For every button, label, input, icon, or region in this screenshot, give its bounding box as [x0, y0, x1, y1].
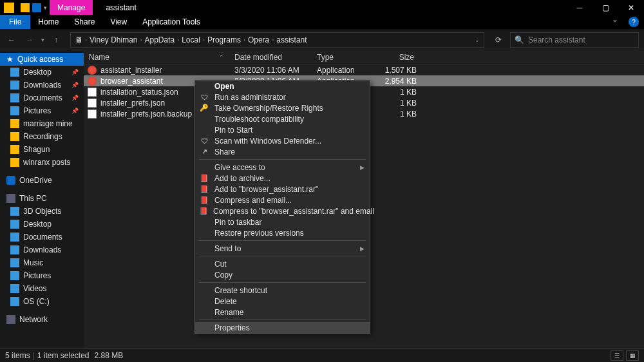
- sidebar-item[interactable]: Documents📌: [0, 91, 84, 104]
- minimize-button[interactable]: ─: [567, 0, 592, 15]
- folder-icon: [10, 207, 19, 216]
- sidebar-item[interactable]: Recordings: [0, 130, 84, 143]
- context-menu-item[interactable]: Give access to▶: [195, 162, 370, 173]
- app-icon: [0, 0, 18, 15]
- context-menu-item[interactable]: 📕Add to "browser_assistant.rar": [195, 184, 370, 195]
- col-size[interactable]: Size: [381, 53, 419, 62]
- file-menu[interactable]: File: [0, 15, 30, 29]
- context-menu-item[interactable]: Create shortcut: [195, 285, 370, 296]
- folder-icon[interactable]: [21, 3, 30, 12]
- table-row[interactable]: assistant_installer3/3/2020 11:06 AMAppl…: [84, 64, 644, 75]
- up-button[interactable]: ↑: [50, 35, 62, 44]
- tab-app-tools[interactable]: Application Tools: [135, 15, 208, 29]
- sidebar-item[interactable]: Desktop📌: [0, 66, 84, 79]
- col-type[interactable]: Type: [312, 53, 381, 62]
- forward-button[interactable]: →: [23, 35, 36, 44]
- menu-icon: 📕: [199, 173, 209, 184]
- sidebar-item[interactable]: Pictures: [0, 269, 84, 282]
- sidebar-item[interactable]: winranx posts: [0, 156, 84, 169]
- folder-icon: [10, 271, 19, 280]
- context-menu-item[interactable]: Delete: [195, 296, 370, 307]
- context-menu-item[interactable]: ↗Share: [195, 146, 370, 157]
- help-button[interactable]: ?: [629, 17, 639, 27]
- pin-icon: 📌: [71, 95, 79, 101]
- menu-icon: [199, 285, 209, 296]
- sidebar-item[interactable]: Downloads: [0, 243, 84, 256]
- menu-icon: 🛡: [199, 92, 209, 102]
- folder-icon: [10, 245, 19, 254]
- sidebar-quick-access[interactable]: ★ Quick access: [0, 53, 84, 66]
- menu-icon: [199, 307, 209, 318]
- menu-icon: [199, 323, 209, 333]
- back-button[interactable]: ←: [5, 35, 18, 44]
- context-menu-item[interactable]: 🛡Run as administrator: [195, 91, 370, 102]
- pin-icon: 📌: [71, 82, 79, 88]
- sidebar-item[interactable]: Desktop: [0, 218, 84, 231]
- navigation-pane[interactable]: ★ Quick access Desktop📌Downloads📌Documen…: [0, 50, 84, 348]
- context-menu-item[interactable]: Cut: [195, 258, 370, 269]
- maximize-button[interactable]: ▢: [592, 0, 618, 15]
- sidebar-item[interactable]: marriage mine: [0, 117, 84, 130]
- context-menu-item[interactable]: 📕Compress and email...: [195, 195, 370, 205]
- context-menu-item[interactable]: Restore previous versions: [195, 227, 370, 238]
- sidebar-item[interactable]: Downloads📌: [0, 79, 84, 91]
- menu-icon: [199, 259, 209, 269]
- breadcrumb[interactable]: 🖥 › Viney Dhiman› AppData› Local› Progra…: [70, 32, 484, 48]
- context-menu-item[interactable]: Open: [195, 81, 370, 91]
- sidebar-item[interactable]: Videos: [0, 282, 84, 295]
- context-menu-item[interactable]: Properties: [195, 322, 370, 333]
- col-date[interactable]: Date modified: [229, 53, 312, 62]
- contextual-tab-manage[interactable]: Manage: [50, 0, 93, 15]
- col-name[interactable]: Name⌃: [84, 53, 229, 62]
- context-menu-item[interactable]: Pin to Start: [195, 124, 370, 135]
- search-input[interactable]: 🔍 Search assistant: [510, 32, 639, 48]
- sidebar-network[interactable]: Network: [0, 313, 84, 326]
- context-menu[interactable]: Open🛡Run as administrator🔑Take Ownership…: [194, 80, 370, 334]
- context-menu-item[interactable]: 🛡Scan with Windows Defender...: [195, 135, 370, 146]
- context-menu-item[interactable]: 📕Compress to "browser_assistant.rar" and…: [195, 205, 370, 216]
- context-menu-item[interactable]: Pin to taskbar: [195, 216, 370, 227]
- context-menu-item[interactable]: 📕Add to archive...: [195, 173, 370, 184]
- thumbnails-view-button[interactable]: ▦: [626, 350, 639, 361]
- tab-share[interactable]: Share: [66, 15, 102, 29]
- folder-icon: [10, 284, 19, 293]
- address-dropdown-icon[interactable]: ⌄: [475, 37, 480, 43]
- menu-icon: 🛡: [199, 136, 209, 146]
- sidebar-item[interactable]: Music: [0, 256, 84, 269]
- sidebar-item[interactable]: Documents: [0, 231, 84, 243]
- menu-icon: [199, 125, 209, 135]
- pc-icon: 🖥: [75, 35, 82, 44]
- details-view-button[interactable]: ☰: [611, 350, 623, 361]
- checkbox-icon[interactable]: [32, 3, 41, 12]
- folder-icon: [10, 106, 19, 115]
- context-menu-item[interactable]: Send to▶: [195, 243, 370, 254]
- network-icon: [6, 315, 15, 324]
- history-dropdown-icon[interactable]: ▾: [41, 37, 44, 43]
- context-menu-item[interactable]: Copy: [195, 269, 370, 280]
- tab-home[interactable]: Home: [30, 15, 66, 29]
- status-item-count: 5 items: [5, 351, 30, 360]
- menu-icon: [199, 243, 209, 254]
- menu-icon: [199, 162, 209, 173]
- submenu-arrow-icon: ▶: [360, 164, 365, 171]
- sidebar-onedrive[interactable]: OneDrive: [0, 174, 84, 187]
- sidebar-item[interactable]: OS (C:): [0, 295, 84, 308]
- refresh-button[interactable]: ⟳: [492, 35, 505, 44]
- sidebar-item[interactable]: Shagun: [0, 143, 84, 156]
- context-menu-item[interactable]: 🔑Take Ownership/Restore Rights: [195, 102, 370, 113]
- folder-icon: [10, 93, 19, 102]
- menu-icon: [199, 114, 209, 124]
- qat-dropdown-icon[interactable]: ▾: [44, 5, 47, 11]
- context-menu-item[interactable]: Troubleshoot compatibility: [195, 113, 370, 124]
- menu-icon: [199, 270, 209, 280]
- folder-icon: [10, 297, 19, 306]
- folder-icon: [10, 81, 19, 90]
- sidebar-this-pc[interactable]: This PC: [0, 192, 84, 205]
- context-menu-item[interactable]: Rename: [195, 307, 370, 318]
- column-headers[interactable]: Name⌃ Date modified Type Size: [84, 50, 644, 64]
- tab-view[interactable]: View: [102, 15, 135, 29]
- ribbon-expand-icon[interactable]: ⌄: [612, 15, 618, 29]
- sidebar-item[interactable]: 3D Objects: [0, 205, 84, 218]
- sidebar-item[interactable]: Pictures📌: [0, 104, 84, 117]
- close-button[interactable]: ✕: [618, 0, 644, 15]
